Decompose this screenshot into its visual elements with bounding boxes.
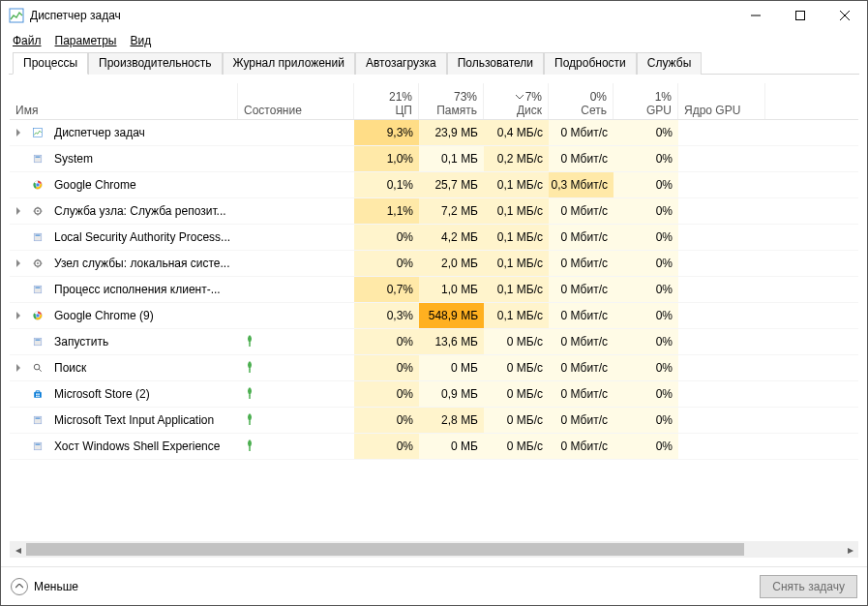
tab-2[interactable]: Журнал приложений: [223, 52, 355, 75]
memory-value: 1,0 МБ: [419, 277, 484, 302]
memory-value: 2,0 МБ: [419, 251, 484, 276]
chevron-up-icon: [11, 578, 28, 595]
disk-value: 0,1 МБ/с: [484, 198, 549, 224]
menubar: Файл Параметры Вид: [1, 30, 867, 51]
horizontal-scrollbar[interactable]: ◂ ▸: [10, 541, 858, 558]
close-button[interactable]: [823, 1, 867, 30]
cpu-value: 0%: [354, 225, 419, 250]
process-icon: [27, 172, 48, 197]
cpu-value: 0%: [354, 408, 419, 433]
gpu-value: 0%: [614, 329, 678, 354]
col-memory[interactable]: 73%Память: [419, 83, 484, 119]
network-value: 0 Мбит/с: [549, 120, 614, 145]
task-manager-window: Диспетчер задач Файл Параметры Вид Проце…: [0, 0, 868, 606]
process-name: Microsoft Store (2): [48, 381, 238, 407]
process-row[interactable]: Узел службы: локальная систе...0%2,0 МБ0…: [10, 251, 858, 277]
process-row[interactable]: Процесс исполнения клиент-...0,7%1,0 МБ0…: [10, 277, 858, 303]
process-icon: [27, 408, 48, 433]
process-row[interactable]: Хост Windows Shell Experience0%0 МБ0 МБ/…: [10, 434, 858, 460]
process-state: [238, 172, 354, 197]
disk-value: 0,1 МБ/с: [484, 172, 549, 197]
tab-1[interactable]: Производительность: [88, 52, 222, 75]
col-name[interactable]: Имя: [10, 83, 238, 119]
cpu-value: 0%: [354, 434, 419, 459]
gpu-value: 0%: [614, 408, 678, 433]
cpu-value: 0%: [354, 355, 419, 380]
network-value: 0 Мбит/с: [549, 303, 614, 328]
col-gpu-core[interactable]: Ядро GPU: [678, 83, 765, 119]
cpu-value: 0%: [354, 329, 419, 354]
tab-3[interactable]: Автозагрузка: [355, 52, 447, 75]
process-row[interactable]: Local Security Authority Process...0%4,2…: [10, 225, 858, 251]
disk-value: 0,1 МБ/с: [484, 225, 549, 250]
network-value: 0 Мбит/с: [549, 146, 614, 171]
process-state: [238, 408, 354, 433]
tabs: ПроцессыПроизводительностьЖурнал приложе…: [9, 51, 859, 75]
col-state[interactable]: Состояние: [238, 83, 354, 119]
svg-rect-26: [36, 288, 41, 288]
tab-0[interactable]: Процессы: [13, 52, 88, 75]
scroll-thumb[interactable]: [26, 543, 744, 556]
col-cpu[interactable]: 21%ЦП: [354, 83, 419, 119]
fewer-details-button[interactable]: Меньше: [11, 578, 78, 595]
process-icon: [27, 198, 48, 224]
tab-5[interactable]: Подробности: [544, 52, 637, 75]
process-row[interactable]: Microsoft Text Input Application0%2,8 МБ…: [10, 408, 858, 434]
network-value: 0 Мбит/с: [549, 251, 614, 276]
svg-point-12: [37, 210, 39, 212]
process-name: Поиск: [48, 355, 238, 380]
expand-toggle: [10, 225, 27, 250]
col-network[interactable]: 0%Сеть: [549, 83, 614, 119]
taskmgr-icon: [9, 8, 24, 23]
leaf-icon: [244, 386, 255, 402]
disk-value: 0,2 МБ/с: [484, 146, 549, 171]
menu-view[interactable]: Вид: [124, 32, 157, 49]
process-row[interactable]: Google Chrome (9)0,3%548,9 МБ0,1 МБ/с0 М…: [10, 303, 858, 329]
memory-value: 7,2 МБ: [419, 198, 484, 224]
svg-point-33: [34, 364, 40, 370]
svg-rect-40: [38, 396, 40, 398]
cpu-value: 9,3%: [354, 120, 419, 145]
process-state: [238, 329, 354, 354]
svg-point-10: [36, 183, 40, 187]
expand-toggle[interactable]: [10, 120, 27, 145]
process-icon: [27, 225, 48, 250]
expand-toggle[interactable]: [10, 303, 27, 328]
process-row[interactable]: Поиск0%0 МБ0 МБ/с0 Мбит/с0%: [10, 355, 858, 381]
process-state: [238, 251, 354, 276]
col-gpu[interactable]: 1%GPU: [614, 83, 678, 119]
process-rows[interactable]: Диспетчер задач9,3%23,9 МБ0,4 МБ/с0 Мбит…: [10, 120, 858, 541]
expand-toggle: [10, 146, 27, 171]
tab-4[interactable]: Пользователи: [447, 52, 544, 75]
menu-options[interactable]: Параметры: [49, 32, 123, 49]
gpu-value: 0%: [614, 172, 678, 197]
network-value: 0 Мбит/с: [549, 225, 614, 250]
end-task-button[interactable]: Снять задачу: [760, 575, 857, 598]
process-row[interactable]: Диспетчер задач9,3%23,9 МБ0,4 МБ/с0 Мбит…: [10, 120, 858, 146]
process-icon: [27, 277, 48, 302]
expand-toggle[interactable]: [10, 251, 27, 276]
scroll-left-arrow[interactable]: ◂: [10, 541, 26, 558]
scroll-right-arrow[interactable]: ▸: [842, 541, 858, 558]
process-row[interactable]: Google Chrome0,1%25,7 МБ0,1 МБ/с0,3 Мбит…: [10, 172, 858, 198]
process-row[interactable]: Служба узла: Служба репозит...1,1%7,2 МБ…: [10, 198, 858, 225]
svg-rect-46: [36, 444, 41, 445]
cpu-value: 1,1%: [354, 198, 419, 224]
process-icon: [27, 381, 48, 407]
tab-6[interactable]: Службы: [637, 52, 702, 75]
expand-toggle[interactable]: [10, 198, 27, 224]
maximize-button[interactable]: [778, 1, 823, 30]
process-row[interactable]: Запустить0%13,6 МБ0 МБ/с0 Мбит/с0%: [10, 329, 858, 355]
minimize-button[interactable]: [733, 1, 778, 30]
menu-file[interactable]: Файл: [7, 32, 47, 49]
col-disk[interactable]: 7%Диск: [484, 83, 549, 119]
column-headers: Имя Состояние 21%ЦП 73%Память 7%Диск 0%С…: [10, 83, 858, 120]
process-row[interactable]: Microsoft Store (2)0%0,9 МБ0 МБ/с0 Мбит/…: [10, 381, 858, 408]
titlebar: Диспетчер задач: [1, 1, 867, 30]
svg-rect-5: [34, 129, 43, 137]
expand-toggle[interactable]: [10, 355, 27, 380]
process-state: [238, 381, 354, 407]
svg-rect-18: [36, 235, 41, 236]
process-row[interactable]: System1,0%0,1 МБ0,2 МБ/с0 Мбит/с0%: [10, 146, 858, 172]
svg-point-20: [37, 262, 39, 264]
